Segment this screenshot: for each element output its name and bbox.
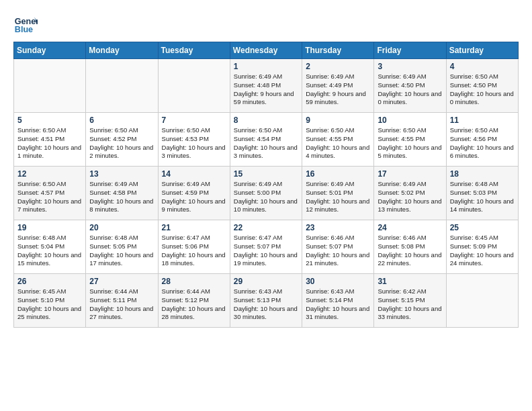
logo-icon: General Blue (13, 11, 38, 35)
day-info: Sunrise: 6:49 AM Sunset: 5:01 PM Dayligh… (306, 180, 370, 214)
day-info: Sunrise: 6:50 AM Sunset: 4:50 PM Dayligh… (450, 73, 515, 107)
day-number: 27 (89, 277, 154, 286)
calendar-cell: 16Sunrise: 6:49 AM Sunset: 5:01 PM Dayli… (302, 167, 374, 220)
day-number: 7 (162, 116, 226, 125)
day-info: Sunrise: 6:50 AM Sunset: 4:51 PM Dayligh… (17, 126, 82, 161)
calendar-cell: 20Sunrise: 6:48 AM Sunset: 5:05 PM Dayli… (86, 220, 158, 274)
calendar-cell: 19Sunrise: 6:48 AM Sunset: 5:04 PM Dayli… (14, 220, 86, 274)
logo: General Blue (13, 11, 38, 35)
day-number: 19 (17, 223, 82, 232)
calendar-cell: 2Sunrise: 6:49 AM Sunset: 4:49 PM Daylig… (302, 59, 374, 113)
day-info: Sunrise: 6:45 AM Sunset: 5:10 PM Dayligh… (17, 287, 82, 322)
day-info: Sunrise: 6:43 AM Sunset: 5:13 PM Dayligh… (234, 287, 298, 322)
day-info: Sunrise: 6:50 AM Sunset: 4:53 PM Dayligh… (162, 126, 226, 161)
day-info: Sunrise: 6:49 AM Sunset: 5:02 PM Dayligh… (378, 180, 442, 214)
day-number: 26 (17, 277, 82, 286)
svg-text:Blue: Blue (15, 25, 33, 34)
calendar-cell: 30Sunrise: 6:43 AM Sunset: 5:14 PM Dayli… (302, 274, 374, 328)
calendar-cell: 23Sunrise: 6:46 AM Sunset: 5:07 PM Dayli… (302, 220, 374, 274)
day-info: Sunrise: 6:48 AM Sunset: 5:04 PM Dayligh… (17, 234, 82, 268)
calendar-table: SundayMondayTuesdayWednesdayThursdayFrid… (13, 42, 519, 328)
calendar-cell: 28Sunrise: 6:44 AM Sunset: 5:12 PM Dayli… (158, 274, 230, 328)
calendar-week-row: 26Sunrise: 6:45 AM Sunset: 5:10 PM Dayli… (14, 274, 519, 328)
calendar-cell: 10Sunrise: 6:50 AM Sunset: 4:55 PM Dayli… (374, 113, 446, 167)
day-info: Sunrise: 6:50 AM Sunset: 4:54 PM Dayligh… (234, 126, 298, 161)
day-of-week-row: SundayMondayTuesdayWednesdayThursdayFrid… (14, 42, 519, 59)
day-number: 30 (306, 277, 370, 286)
day-info: Sunrise: 6:50 AM Sunset: 4:52 PM Dayligh… (89, 126, 154, 161)
calendar-cell: 5Sunrise: 6:50 AM Sunset: 4:51 PM Daylig… (14, 113, 86, 167)
day-info: Sunrise: 6:49 AM Sunset: 4:48 PM Dayligh… (234, 73, 298, 107)
day-number: 2 (306, 62, 370, 71)
day-number: 22 (234, 223, 298, 232)
day-info: Sunrise: 6:49 AM Sunset: 4:50 PM Dayligh… (378, 73, 442, 107)
day-info: Sunrise: 6:50 AM Sunset: 4:57 PM Dayligh… (17, 180, 82, 214)
calendar-cell (158, 59, 230, 113)
day-number: 20 (89, 223, 154, 232)
calendar-cell (14, 59, 86, 113)
day-info: Sunrise: 6:43 AM Sunset: 5:14 PM Dayligh… (306, 287, 370, 322)
calendar-body: 1Sunrise: 6:49 AM Sunset: 4:48 PM Daylig… (14, 59, 519, 328)
day-number: 31 (378, 277, 442, 286)
calendar-week-row: 1Sunrise: 6:49 AM Sunset: 4:48 PM Daylig… (14, 59, 519, 113)
calendar-cell: 21Sunrise: 6:47 AM Sunset: 5:06 PM Dayli… (158, 220, 230, 274)
calendar-cell: 29Sunrise: 6:43 AM Sunset: 5:13 PM Dayli… (230, 274, 302, 328)
calendar-cell: 11Sunrise: 6:50 AM Sunset: 4:56 PM Dayli… (446, 113, 518, 167)
calendar-cell: 17Sunrise: 6:49 AM Sunset: 5:02 PM Dayli… (374, 167, 446, 220)
day-info: Sunrise: 6:46 AM Sunset: 5:07 PM Dayligh… (306, 234, 370, 268)
day-number: 1 (234, 62, 298, 71)
calendar-cell: 25Sunrise: 6:45 AM Sunset: 5:09 PM Dayli… (446, 220, 518, 274)
day-of-week-header: Tuesday (158, 42, 230, 59)
day-number: 25 (450, 223, 515, 232)
day-number: 18 (450, 169, 515, 179)
day-number: 4 (450, 62, 515, 71)
day-info: Sunrise: 6:49 AM Sunset: 4:58 PM Dayligh… (89, 180, 154, 214)
calendar-cell: 26Sunrise: 6:45 AM Sunset: 5:10 PM Dayli… (14, 274, 86, 328)
day-of-week-header: Monday (86, 42, 158, 59)
day-number: 11 (450, 116, 515, 125)
calendar-cell: 27Sunrise: 6:44 AM Sunset: 5:11 PM Dayli… (86, 274, 158, 328)
day-number: 29 (234, 277, 298, 286)
day-info: Sunrise: 6:44 AM Sunset: 5:12 PM Dayligh… (162, 287, 226, 322)
day-info: Sunrise: 6:48 AM Sunset: 5:03 PM Dayligh… (450, 180, 515, 214)
day-info: Sunrise: 6:49 AM Sunset: 5:00 PM Dayligh… (234, 180, 298, 214)
day-number: 21 (162, 223, 226, 232)
day-of-week-header: Friday (374, 42, 446, 59)
day-info: Sunrise: 6:49 AM Sunset: 4:49 PM Dayligh… (306, 73, 370, 107)
day-info: Sunrise: 6:44 AM Sunset: 5:11 PM Dayligh… (89, 287, 154, 322)
day-info: Sunrise: 6:50 AM Sunset: 4:56 PM Dayligh… (450, 126, 515, 161)
calendar-cell: 6Sunrise: 6:50 AM Sunset: 4:52 PM Daylig… (86, 113, 158, 167)
day-number: 5 (17, 116, 82, 125)
day-of-week-header: Wednesday (230, 42, 302, 59)
day-info: Sunrise: 6:50 AM Sunset: 4:55 PM Dayligh… (306, 126, 370, 161)
day-number: 24 (378, 223, 442, 232)
header: General Blue (13, 11, 519, 35)
day-number: 13 (89, 169, 154, 179)
day-of-week-header: Sunday (14, 42, 86, 59)
calendar-cell: 3Sunrise: 6:49 AM Sunset: 4:50 PM Daylig… (374, 59, 446, 113)
calendar-cell: 1Sunrise: 6:49 AM Sunset: 4:48 PM Daylig… (230, 59, 302, 113)
day-number: 28 (162, 277, 226, 286)
day-info: Sunrise: 6:47 AM Sunset: 5:06 PM Dayligh… (162, 234, 226, 268)
day-info: Sunrise: 6:45 AM Sunset: 5:09 PM Dayligh… (450, 234, 515, 268)
day-info: Sunrise: 6:48 AM Sunset: 5:05 PM Dayligh… (89, 234, 154, 268)
calendar-cell: 7Sunrise: 6:50 AM Sunset: 4:53 PM Daylig… (158, 113, 230, 167)
day-number: 9 (306, 116, 370, 125)
calendar-cell: 9Sunrise: 6:50 AM Sunset: 4:55 PM Daylig… (302, 113, 374, 167)
day-number: 14 (162, 169, 226, 179)
calendar-cell (446, 274, 518, 328)
day-number: 3 (378, 62, 442, 71)
day-info: Sunrise: 6:50 AM Sunset: 4:55 PM Dayligh… (378, 126, 442, 161)
day-info: Sunrise: 6:49 AM Sunset: 4:59 PM Dayligh… (162, 180, 226, 214)
day-number: 6 (89, 116, 154, 125)
day-number: 16 (306, 169, 370, 179)
calendar-cell: 14Sunrise: 6:49 AM Sunset: 4:59 PM Dayli… (158, 167, 230, 220)
calendar-cell: 4Sunrise: 6:50 AM Sunset: 4:50 PM Daylig… (446, 59, 518, 113)
day-number: 8 (234, 116, 298, 125)
calendar-week-row: 5Sunrise: 6:50 AM Sunset: 4:51 PM Daylig… (14, 113, 519, 167)
calendar-week-row: 19Sunrise: 6:48 AM Sunset: 5:04 PM Dayli… (14, 220, 519, 274)
calendar-cell (86, 59, 158, 113)
calendar-cell: 31Sunrise: 6:42 AM Sunset: 5:15 PM Dayli… (374, 274, 446, 328)
calendar-cell: 18Sunrise: 6:48 AM Sunset: 5:03 PM Dayli… (446, 167, 518, 220)
calendar-cell: 22Sunrise: 6:47 AM Sunset: 5:07 PM Dayli… (230, 220, 302, 274)
